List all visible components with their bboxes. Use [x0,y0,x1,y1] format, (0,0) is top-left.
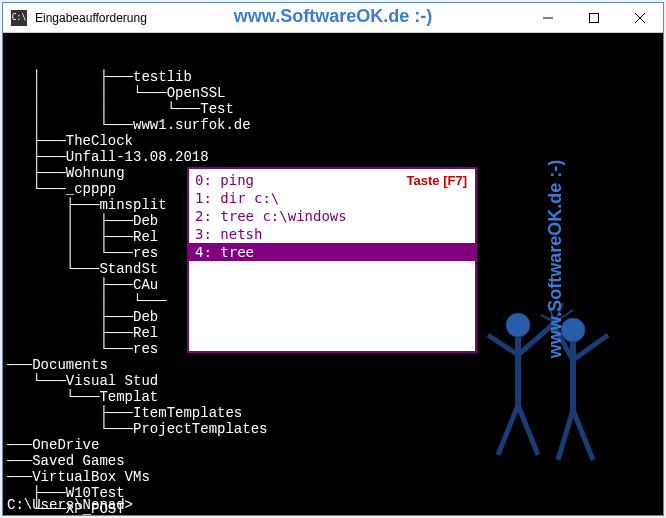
history-hint-label: Taste [F7] [407,172,467,190]
prompt: C:\Users\Nenad> [7,497,133,513]
close-button[interactable] [617,3,663,32]
tree-line: ───OneDrive [3,437,663,453]
history-item[interactable]: 4: tree [189,243,475,261]
tree-line: ├───ItemTemplates [3,405,663,421]
tree-line: └───Templat [3,389,663,405]
tree-line: ───Documents [3,357,663,373]
history-item[interactable]: 1: dir c:\ [189,189,475,207]
tree-line: │ └───www1.surfok.de [3,117,663,133]
tree-line: │ │ └───Test [3,101,663,117]
history-item[interactable]: 3: netsh [189,225,475,243]
tree-line: ├───TheClock [3,133,663,149]
tree-line: ├───Unfall-13.08.2018 [3,149,663,165]
window-controls [525,3,663,32]
command-history-popup[interactable]: Taste [F7] 0: ping1: dir c:\2: tree c:\w… [187,167,477,353]
minimize-button[interactable] [525,3,571,32]
cmd-icon: C:\ [11,10,27,26]
svg-rect-1 [590,13,599,22]
tree-line: ───VirtualBox VMs [3,469,663,485]
tree-line: └───ProjectTemplates [3,421,663,437]
window-title: Eingabeaufforderung [35,11,525,25]
tree-line: │ ├───testlib [3,69,663,85]
tree-line: │ │ └───OpenSSL [3,85,663,101]
maximize-button[interactable] [571,3,617,32]
tree-line: ───Saved Games [3,453,663,469]
titlebar[interactable]: C:\ Eingabeaufforderung [3,3,663,33]
history-item[interactable]: 2: tree c:\windows [189,207,475,225]
tree-line: └───Visual Stud [3,373,663,389]
